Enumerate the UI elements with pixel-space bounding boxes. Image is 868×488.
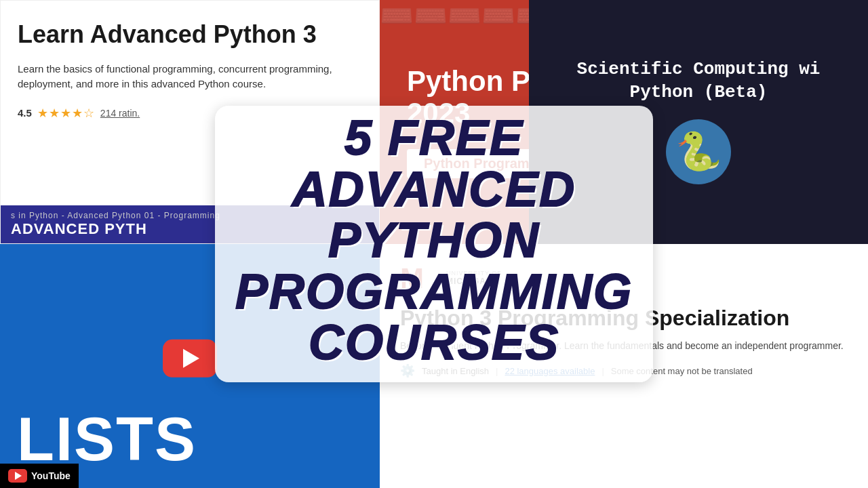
translate-icon: ⚙️ (400, 363, 415, 378)
bar-main-text: ADVANCED PYTH (11, 220, 147, 237)
youtube-lists-card: LISTS YouTube (0, 244, 380, 488)
rating-row: 4.5 ★★★★☆ 214 ratin. (18, 106, 362, 121)
youtube-label: YouTube (31, 470, 71, 481)
specialization-meta: ⚙️ Taught in English | 22 languages avai… (400, 363, 848, 378)
python-logo: 🐍 (665, 118, 732, 186)
advanced-python-bar: s in Python - Advanced Python 01 - Progr… (1, 205, 379, 243)
michigan-header: M UNIVERSITY OF MICHIGAN (400, 261, 848, 295)
taught-in-label: Taught in English (422, 366, 489, 376)
michigan-m-svg: M (400, 261, 441, 295)
sci-computing-card: Scientific Computing wi Python (Beta) 🐍 (529, 0, 868, 244)
translation-note: Some content may not be translated (611, 366, 753, 376)
youtube-play-small-icon (15, 472, 22, 480)
specialization-description: Become a Fluent Python Programmer. Learn… (400, 339, 848, 353)
separator2: | (601, 366, 604, 376)
michigan-text: UNIVERSITY OF MICHIGAN (446, 270, 502, 286)
michigan-logo: M UNIVERSITY OF MICHIGAN (400, 261, 502, 295)
youtube-play-button[interactable] (163, 340, 217, 378)
rating-number: 4.5 (18, 107, 32, 119)
main-container: Learn Advanced Python 3 Learn the basics… (0, 0, 868, 488)
youtube-brand-bar: YouTube (0, 464, 79, 488)
rating-count: 214 ratin. (100, 108, 140, 119)
python-snake-svg: 🐍 (665, 118, 732, 186)
sci-computing-title: Scientific Computing wi Python (Beta) (577, 58, 821, 104)
separator1: | (496, 366, 498, 376)
play-triangle-icon (183, 349, 199, 368)
coursera-card: M UNIVERSITY OF MICHIGAN Python 3 Progra… (380, 244, 868, 488)
top-right-section: ⌨️⌨️⌨️⌨️⌨️⌨️⌨️⌨️⌨️⌨️⌨️⌨️⌨️⌨️⌨️⌨️⌨️⌨️⌨️⌨️… (380, 0, 868, 244)
course-title: Learn Advanced Python 3 (18, 21, 362, 48)
youtube-logo-icon (8, 469, 27, 483)
svg-text:M: M (400, 262, 424, 294)
udemy-course-card: Learn Advanced Python 3 Learn the basics… (0, 0, 380, 244)
svg-text:🐍: 🐍 (675, 129, 722, 176)
bar-sub-text: s in Python - Advanced Python 01 - Progr… (11, 211, 369, 220)
languages-link[interactable]: 22 languages available (505, 366, 595, 376)
course-description: Learn the basics of functional programmi… (18, 62, 362, 92)
specialization-title: Python 3 Programming Specialization (400, 305, 848, 331)
star-icons: ★★★★☆ (37, 106, 95, 121)
